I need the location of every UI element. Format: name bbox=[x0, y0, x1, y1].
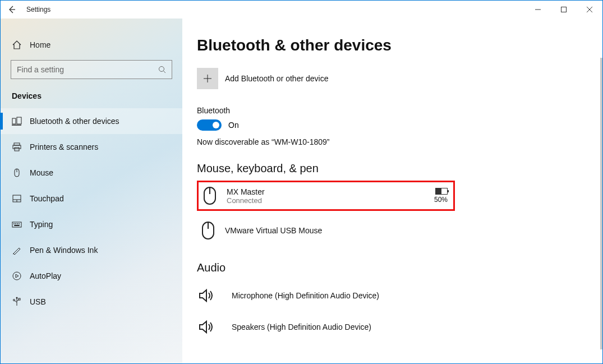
audio-row-microphone[interactable]: Microphone (High Definition Audio Device… bbox=[197, 280, 455, 311]
speaker-icon bbox=[197, 317, 215, 337]
devices-icon bbox=[12, 116, 22, 126]
audio-device-name: Speakers (High Definition Audio Device) bbox=[232, 322, 371, 331]
device-name: MX Master bbox=[227, 187, 434, 196]
add-device-button[interactable] bbox=[197, 68, 218, 89]
mouse-icon bbox=[201, 186, 219, 206]
sidebar-item-pen[interactable]: Pen & Windows Ink bbox=[1, 237, 182, 263]
sidebar-item-label: Printers & scanners bbox=[30, 142, 98, 151]
sidebar-item-typing[interactable]: Typing bbox=[1, 211, 182, 237]
svg-line-5 bbox=[164, 71, 166, 73]
svg-rect-17 bbox=[12, 222, 21, 227]
autoplay-icon bbox=[12, 271, 22, 281]
settings-window: Settings Home Find a setting bbox=[0, 0, 603, 364]
sidebar-item-printers[interactable]: Printers & scanners bbox=[1, 134, 182, 160]
device-name: VMware Virtual USB Mouse bbox=[225, 226, 449, 235]
battery-percent: 50% bbox=[434, 196, 448, 204]
search-placeholder: Find a setting bbox=[17, 65, 64, 74]
sidebar-item-label: Typing bbox=[30, 220, 53, 229]
scrollbar[interactable] bbox=[600, 58, 602, 349]
sidebar-item-label: Touchpad bbox=[30, 194, 64, 203]
svg-point-25 bbox=[16, 297, 18, 299]
sidebar-item-label: Pen & Windows Ink bbox=[30, 246, 98, 255]
device-row-vmware-mouse[interactable]: VMware Virtual USB Mouse bbox=[197, 215, 455, 246]
sidebar: Home Find a setting Devices Bluetooth & … bbox=[1, 19, 182, 363]
audio-section-heading: Audio bbox=[197, 261, 602, 274]
category-label: Devices bbox=[1, 88, 182, 108]
device-status: Connected bbox=[227, 196, 434, 205]
minimize-button[interactable] bbox=[525, 1, 551, 19]
search-icon bbox=[158, 66, 166, 73]
home-label: Home bbox=[30, 40, 50, 49]
audio-device-name: Microphone (High Definition Audio Device… bbox=[232, 291, 379, 300]
touchpad-icon bbox=[12, 193, 22, 204]
svg-point-4 bbox=[159, 67, 164, 72]
sidebar-item-mouse[interactable]: Mouse bbox=[1, 160, 182, 186]
titlebar: Settings bbox=[1, 1, 602, 19]
maximize-button[interactable] bbox=[551, 1, 577, 19]
content-pane: Bluetooth & other devices Add Bluetooth … bbox=[182, 19, 602, 363]
sidebar-item-label: Bluetooth & other devices bbox=[30, 117, 119, 126]
mouse-section-heading: Mouse, keyboard, & pen bbox=[197, 162, 602, 175]
svg-rect-11 bbox=[15, 148, 19, 151]
sidebar-item-touchpad[interactable]: Touchpad bbox=[1, 186, 182, 211]
bluetooth-section-label: Bluetooth bbox=[197, 106, 602, 115]
svg-point-27 bbox=[13, 300, 15, 301]
mouse-icon bbox=[12, 168, 22, 178]
keyboard-icon bbox=[12, 219, 22, 229]
audio-row-speakers[interactable]: Speakers (High Definition Audio Device) bbox=[197, 311, 455, 343]
sidebar-item-label: AutoPlay bbox=[30, 271, 61, 280]
battery-icon bbox=[435, 188, 448, 195]
battery-indicator: 50% bbox=[434, 188, 448, 204]
svg-rect-7 bbox=[17, 117, 21, 124]
sidebar-item-label: Mouse bbox=[30, 168, 53, 177]
home-icon bbox=[12, 40, 22, 50]
usb-icon bbox=[12, 297, 22, 307]
add-device-label: Add Bluetooth or other device bbox=[225, 74, 328, 83]
speaker-icon bbox=[197, 285, 215, 306]
printer-icon bbox=[12, 142, 22, 152]
mouse-icon bbox=[199, 220, 217, 241]
bluetooth-toggle[interactable] bbox=[197, 119, 222, 131]
svg-rect-9 bbox=[14, 143, 20, 145]
back-button[interactable] bbox=[7, 5, 16, 14]
bluetooth-toggle-label: On bbox=[228, 121, 239, 130]
plus-icon bbox=[203, 74, 212, 83]
window-title: Settings bbox=[26, 6, 50, 13]
sidebar-item-usb[interactable]: USB bbox=[1, 289, 182, 315]
svg-point-23 bbox=[13, 272, 21, 280]
pen-icon bbox=[12, 245, 22, 255]
device-row-mx-master[interactable]: MX Master Connected 50% bbox=[197, 181, 455, 211]
sidebar-item-label: USB bbox=[30, 297, 46, 306]
toggle-knob bbox=[213, 122, 219, 128]
page-title: Bluetooth & other devices bbox=[197, 36, 602, 54]
svg-rect-1 bbox=[561, 7, 567, 12]
close-button[interactable] bbox=[577, 1, 602, 19]
sidebar-item-autoplay[interactable]: AutoPlay bbox=[1, 263, 182, 289]
home-nav[interactable]: Home bbox=[1, 36, 182, 57]
discoverable-text: Now discoverable as “WM-W10-1809” bbox=[197, 137, 602, 146]
search-input[interactable]: Find a setting bbox=[11, 60, 172, 79]
add-device-row[interactable]: Add Bluetooth or other device bbox=[197, 68, 602, 89]
svg-rect-10 bbox=[13, 145, 21, 149]
svg-rect-6 bbox=[12, 118, 16, 124]
sidebar-item-bluetooth[interactable]: Bluetooth & other devices bbox=[1, 108, 182, 134]
svg-rect-26 bbox=[19, 298, 20, 300]
